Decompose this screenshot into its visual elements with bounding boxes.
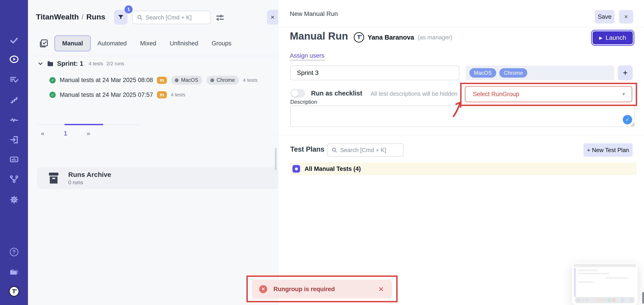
sprint-folder-row[interactable]: Sprint: 1 4 tests 2/2 runs (37, 60, 124, 67)
env-tag-label: Chrome (217, 77, 235, 83)
env-tag-macos: MacOS (171, 76, 202, 85)
runs-search-input[interactable] (146, 14, 206, 21)
archive-subtitle: 0 runs (68, 179, 111, 186)
preview-line (578, 273, 609, 274)
features-steps-icon[interactable] (9, 95, 19, 105)
tab-manual[interactable]: Manual (54, 35, 91, 52)
test-plans-search (327, 143, 404, 157)
funnel-icon (118, 14, 124, 20)
runs-play-icon[interactable] (9, 54, 19, 64)
breadcrumb-project[interactable]: TitanWealth (36, 12, 79, 21)
add-environment-button[interactable]: + (618, 66, 632, 80)
error-toast: ✕ Rungroup is required ✕ (252, 280, 392, 298)
archive-title: Runs Archive (68, 171, 111, 178)
branches-icon[interactable] (9, 174, 19, 184)
manual-badge: m (157, 91, 167, 98)
filter-count-badge: 1 (124, 5, 132, 14)
scrollbar-thumb[interactable] (275, 148, 276, 170)
test-plans-search-input[interactable] (340, 147, 400, 154)
breadcrumb-page: Runs (86, 12, 105, 21)
launch-button[interactable]: ▶ Launch (592, 31, 633, 44)
chevron-down-icon[interactable] (37, 60, 44, 67)
run-as-checklist-toggle[interactable] (291, 89, 305, 98)
assign-users-link[interactable]: Assign users (290, 52, 324, 60)
editor-confirm-icon[interactable]: ✓ (623, 115, 632, 124)
avatar-glyph: T (357, 34, 361, 40)
new-manual-run-drawer: × New Manual Run Save × Manual Run T Yan… (278, 0, 644, 305)
test-plan-row[interactable]: All Manual Tests (4) (290, 162, 636, 175)
screen-edge-artifact (642, 292, 644, 304)
rungroup-select[interactable]: Select RunGroup ▼ (465, 86, 632, 102)
launch-label: Launch (606, 34, 626, 41)
tests-check-icon[interactable] (9, 35, 19, 46)
runs-tabs: Manual Automated Mixed Unfinished Groups (39, 35, 238, 52)
run-tests-count: 4 tests (171, 92, 185, 98)
passed-check-icon: ✓ (50, 77, 56, 84)
filter-settings-icon[interactable] (215, 13, 225, 22)
app-root: ? T TitanWealth / Runs 1 Ma (0, 0, 644, 305)
error-icon: ✕ (259, 285, 267, 293)
menu-icon[interactable] (10, 12, 19, 23)
folder-runs-count: 2/2 runs (106, 61, 124, 67)
drawer-top-bar: New Manual Run Save × (278, 0, 644, 27)
manual-badge: m (157, 77, 167, 84)
pulse-icon[interactable] (9, 115, 19, 125)
drawer-title: New Manual Run (290, 10, 338, 18)
screen-preview-thumbnail (572, 262, 638, 305)
pagination-page-1[interactable]: 1 (64, 130, 67, 137)
run-title[interactable]: Manual tests at 24 Mar 2025 08:08 (60, 77, 153, 84)
close-icon: × (270, 14, 274, 21)
analytics-icon[interactable] (9, 154, 19, 164)
owner-row: T Yana Baranova (as manager) (354, 32, 452, 42)
import-icon[interactable] (9, 134, 19, 145)
runs-search (132, 11, 211, 24)
pagination-prev[interactable]: « (41, 130, 44, 137)
search-icon (331, 147, 338, 153)
tab-groups[interactable]: Groups (205, 35, 238, 52)
close-button[interactable]: × (619, 10, 633, 24)
save-button[interactable]: Save (595, 10, 614, 24)
pagination-next[interactable]: » (86, 130, 90, 137)
pagination: « 1 » (41, 130, 90, 137)
test-plans-title: Test Plans (290, 145, 324, 154)
settings-gear-icon[interactable] (9, 194, 19, 205)
sidebar: ? T (0, 0, 28, 305)
run-name-input[interactable] (290, 66, 459, 80)
env-chip-chrome[interactable]: Chrome (499, 68, 527, 78)
tab-automated[interactable]: Automated (91, 35, 134, 52)
preview-line (578, 270, 598, 271)
breadcrumb: TitanWealth / Runs (36, 12, 105, 21)
search-icon (137, 14, 143, 20)
owner-role: (as manager) (418, 34, 452, 41)
testomat-logo-icon[interactable]: T (9, 286, 19, 296)
run-row[interactable]: ✓ Manual tests at 24 Mar 2025 07:57 m 4 … (50, 91, 185, 98)
rungroup-annotation-box: Select RunGroup ▼ (460, 83, 637, 106)
env-tag-chrome: Chrome (206, 76, 239, 85)
folder-tests-count: 4 tests (89, 61, 103, 67)
env-chip-macos[interactable]: MacOS (469, 68, 496, 78)
resize-handle-icon[interactable] (630, 122, 634, 126)
environment-tags-box[interactable]: MacOS Chrome (466, 66, 614, 80)
run-lists-icon[interactable] (9, 75, 19, 85)
drawer-collapse-button[interactable]: × (267, 10, 278, 24)
avatar: T (354, 32, 364, 42)
preview-browser-bar (574, 264, 636, 267)
run-title[interactable]: Manual tests at 24 Mar 2025 07:57 (60, 92, 153, 98)
toast-close-icon[interactable]: ✕ (378, 285, 384, 293)
run-row[interactable]: ✓ Manual tests at 24 Mar 2025 08:08 m Ma… (50, 76, 258, 85)
projects-folder-icon[interactable] (9, 266, 19, 277)
tab-unfinished[interactable]: Unfinished (163, 35, 205, 52)
pagination-indicator (37, 124, 140, 125)
preview-line (578, 281, 594, 283)
new-test-plan-button[interactable]: + New Test Plan (584, 143, 632, 157)
help-icon[interactable]: ? (9, 247, 19, 257)
checklist-icon[interactable] (39, 39, 48, 48)
plan-selected-checkbox[interactable] (292, 165, 300, 172)
tab-mixed[interactable]: Mixed (134, 35, 163, 52)
runs-archive-card[interactable]: Runs Archive 0 runs (37, 167, 278, 189)
preview-sidebar (574, 268, 576, 297)
preview-line (606, 277, 628, 278)
folder-name: Sprint: 1 (57, 60, 84, 67)
preview-dock (575, 297, 634, 303)
toast-message: Rungroup is required (274, 286, 335, 293)
